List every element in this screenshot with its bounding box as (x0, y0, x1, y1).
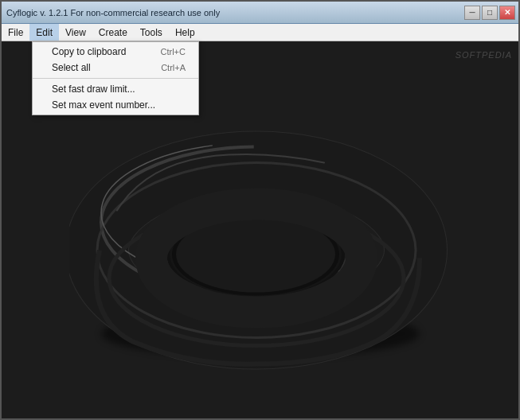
minimize-button[interactable]: ─ (464, 6, 480, 20)
torus-svg (69, 95, 452, 374)
softpedia-watermark: SOFTPEDIA (391, 41, 518, 65)
menu-create[interactable]: Create (92, 24, 134, 41)
menu-set-fast-draw-limit[interactable]: Set fast draw limit... (33, 81, 198, 97)
dropdown-separator (33, 78, 198, 79)
window-controls: ─ □ ✕ (464, 6, 515, 20)
menu-file[interactable]: File (2, 24, 29, 41)
window-title: Cyflogic v. 1.2.1 For non-commercial res… (6, 8, 220, 18)
menu-view[interactable]: View (59, 24, 92, 41)
menu-help[interactable]: Help (169, 24, 201, 41)
close-button[interactable]: ✕ (499, 6, 515, 20)
menu-set-max-event-number[interactable]: Set max event number... (33, 97, 198, 113)
menu-edit[interactable]: Edit (29, 24, 59, 41)
application-window: Cyflogic v. 1.2.1 For non-commercial res… (0, 0, 520, 420)
torus-render (69, 95, 452, 376)
title-bar: Cyflogic v. 1.2.1 For non-commercial res… (2, 2, 518, 24)
menu-bar: File Edit View Create Tools Help Copy to… (2, 24, 518, 41)
edit-dropdown-menu: Copy to clipboard Ctrl+C Select all Ctrl… (32, 41, 199, 115)
menu-copy-to-clipboard[interactable]: Copy to clipboard Ctrl+C (33, 44, 198, 60)
menu-select-all[interactable]: Select all Ctrl+A (33, 60, 198, 76)
restore-button[interactable]: □ (482, 6, 498, 20)
menu-tools[interactable]: Tools (134, 24, 169, 41)
